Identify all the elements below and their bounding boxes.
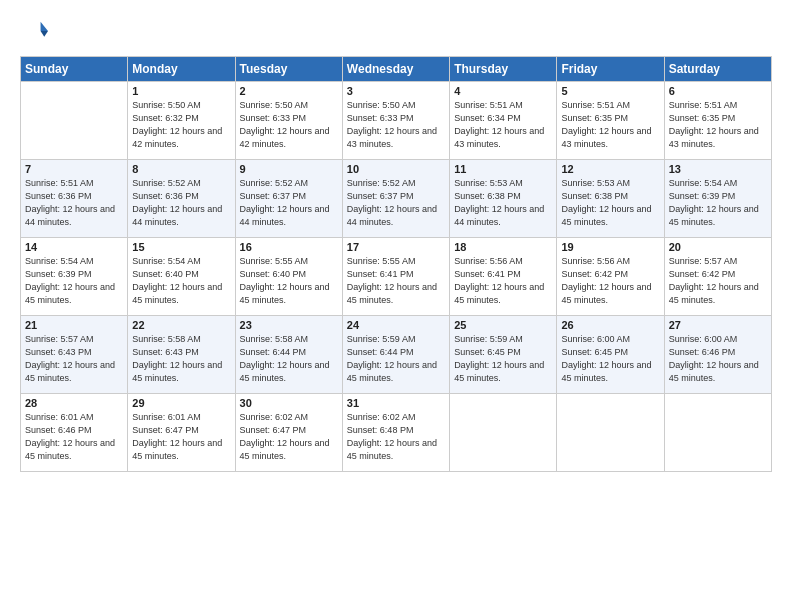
day-number: 1 <box>132 85 230 97</box>
day-info: Sunrise: 5:51 AM Sunset: 6:35 PM Dayligh… <box>561 99 659 151</box>
calendar-cell: 18Sunrise: 5:56 AM Sunset: 6:41 PM Dayli… <box>450 238 557 316</box>
day-info: Sunrise: 5:56 AM Sunset: 6:41 PM Dayligh… <box>454 255 552 307</box>
logo-icon <box>20 18 48 46</box>
header-row: SundayMondayTuesdayWednesdayThursdayFrid… <box>21 57 772 82</box>
calendar-cell: 1Sunrise: 5:50 AM Sunset: 6:32 PM Daylig… <box>128 82 235 160</box>
day-number: 2 <box>240 85 338 97</box>
day-number: 14 <box>25 241 123 253</box>
day-number: 12 <box>561 163 659 175</box>
calendar-cell: 9Sunrise: 5:52 AM Sunset: 6:37 PM Daylig… <box>235 160 342 238</box>
day-number: 17 <box>347 241 445 253</box>
day-number: 31 <box>347 397 445 409</box>
day-info: Sunrise: 5:59 AM Sunset: 6:44 PM Dayligh… <box>347 333 445 385</box>
day-number: 10 <box>347 163 445 175</box>
day-number: 18 <box>454 241 552 253</box>
day-info: Sunrise: 5:50 AM Sunset: 6:32 PM Dayligh… <box>132 99 230 151</box>
day-number: 21 <box>25 319 123 331</box>
week-row-4: 21Sunrise: 5:57 AM Sunset: 6:43 PM Dayli… <box>21 316 772 394</box>
day-number: 24 <box>347 319 445 331</box>
day-info: Sunrise: 5:52 AM Sunset: 6:37 PM Dayligh… <box>240 177 338 229</box>
day-info: Sunrise: 5:51 AM Sunset: 6:36 PM Dayligh… <box>25 177 123 229</box>
day-number: 29 <box>132 397 230 409</box>
day-info: Sunrise: 6:01 AM Sunset: 6:47 PM Dayligh… <box>132 411 230 463</box>
day-number: 7 <box>25 163 123 175</box>
logo <box>20 18 52 46</box>
calendar-cell: 3Sunrise: 5:50 AM Sunset: 6:33 PM Daylig… <box>342 82 449 160</box>
day-number: 20 <box>669 241 767 253</box>
day-info: Sunrise: 5:50 AM Sunset: 6:33 PM Dayligh… <box>240 99 338 151</box>
day-info: Sunrise: 6:00 AM Sunset: 6:46 PM Dayligh… <box>669 333 767 385</box>
day-info: Sunrise: 5:53 AM Sunset: 6:38 PM Dayligh… <box>561 177 659 229</box>
day-info: Sunrise: 5:55 AM Sunset: 6:40 PM Dayligh… <box>240 255 338 307</box>
calendar-cell: 29Sunrise: 6:01 AM Sunset: 6:47 PM Dayli… <box>128 394 235 472</box>
svg-marker-1 <box>41 31 48 37</box>
day-number: 30 <box>240 397 338 409</box>
svg-marker-0 <box>41 22 48 31</box>
day-info: Sunrise: 6:02 AM Sunset: 6:48 PM Dayligh… <box>347 411 445 463</box>
calendar-cell: 20Sunrise: 5:57 AM Sunset: 6:42 PM Dayli… <box>664 238 771 316</box>
day-info: Sunrise: 5:51 AM Sunset: 6:35 PM Dayligh… <box>669 99 767 151</box>
calendar-cell: 10Sunrise: 5:52 AM Sunset: 6:37 PM Dayli… <box>342 160 449 238</box>
calendar-cell: 27Sunrise: 6:00 AM Sunset: 6:46 PM Dayli… <box>664 316 771 394</box>
day-info: Sunrise: 5:51 AM Sunset: 6:34 PM Dayligh… <box>454 99 552 151</box>
page: SundayMondayTuesdayWednesdayThursdayFrid… <box>0 0 792 612</box>
day-info: Sunrise: 6:00 AM Sunset: 6:45 PM Dayligh… <box>561 333 659 385</box>
col-header-thursday: Thursday <box>450 57 557 82</box>
calendar-body: 1Sunrise: 5:50 AM Sunset: 6:32 PM Daylig… <box>21 82 772 472</box>
calendar-cell: 25Sunrise: 5:59 AM Sunset: 6:45 PM Dayli… <box>450 316 557 394</box>
day-number: 11 <box>454 163 552 175</box>
calendar-cell: 11Sunrise: 5:53 AM Sunset: 6:38 PM Dayli… <box>450 160 557 238</box>
calendar-cell: 4Sunrise: 5:51 AM Sunset: 6:34 PM Daylig… <box>450 82 557 160</box>
day-info: Sunrise: 6:02 AM Sunset: 6:47 PM Dayligh… <box>240 411 338 463</box>
day-number: 25 <box>454 319 552 331</box>
day-info: Sunrise: 5:58 AM Sunset: 6:44 PM Dayligh… <box>240 333 338 385</box>
day-number: 4 <box>454 85 552 97</box>
day-number: 16 <box>240 241 338 253</box>
day-info: Sunrise: 5:50 AM Sunset: 6:33 PM Dayligh… <box>347 99 445 151</box>
day-info: Sunrise: 5:54 AM Sunset: 6:40 PM Dayligh… <box>132 255 230 307</box>
calendar-cell: 31Sunrise: 6:02 AM Sunset: 6:48 PM Dayli… <box>342 394 449 472</box>
calendar-cell: 7Sunrise: 5:51 AM Sunset: 6:36 PM Daylig… <box>21 160 128 238</box>
calendar-cell: 12Sunrise: 5:53 AM Sunset: 6:38 PM Dayli… <box>557 160 664 238</box>
calendar-cell: 5Sunrise: 5:51 AM Sunset: 6:35 PM Daylig… <box>557 82 664 160</box>
day-info: Sunrise: 5:52 AM Sunset: 6:37 PM Dayligh… <box>347 177 445 229</box>
header <box>20 18 772 46</box>
day-number: 5 <box>561 85 659 97</box>
col-header-friday: Friday <box>557 57 664 82</box>
day-number: 15 <box>132 241 230 253</box>
day-number: 6 <box>669 85 767 97</box>
calendar-cell: 19Sunrise: 5:56 AM Sunset: 6:42 PM Dayli… <box>557 238 664 316</box>
calendar-cell: 22Sunrise: 5:58 AM Sunset: 6:43 PM Dayli… <box>128 316 235 394</box>
col-header-tuesday: Tuesday <box>235 57 342 82</box>
day-number: 13 <box>669 163 767 175</box>
day-info: Sunrise: 5:56 AM Sunset: 6:42 PM Dayligh… <box>561 255 659 307</box>
calendar-header: SundayMondayTuesdayWednesdayThursdayFrid… <box>21 57 772 82</box>
day-info: Sunrise: 5:54 AM Sunset: 6:39 PM Dayligh… <box>669 177 767 229</box>
day-info: Sunrise: 6:01 AM Sunset: 6:46 PM Dayligh… <box>25 411 123 463</box>
day-info: Sunrise: 5:52 AM Sunset: 6:36 PM Dayligh… <box>132 177 230 229</box>
calendar-cell: 8Sunrise: 5:52 AM Sunset: 6:36 PM Daylig… <box>128 160 235 238</box>
day-info: Sunrise: 5:58 AM Sunset: 6:43 PM Dayligh… <box>132 333 230 385</box>
calendar-cell: 30Sunrise: 6:02 AM Sunset: 6:47 PM Dayli… <box>235 394 342 472</box>
calendar-cell <box>664 394 771 472</box>
day-number: 8 <box>132 163 230 175</box>
calendar-table: SundayMondayTuesdayWednesdayThursdayFrid… <box>20 56 772 472</box>
day-number: 27 <box>669 319 767 331</box>
col-header-wednesday: Wednesday <box>342 57 449 82</box>
week-row-5: 28Sunrise: 6:01 AM Sunset: 6:46 PM Dayli… <box>21 394 772 472</box>
calendar-cell: 26Sunrise: 6:00 AM Sunset: 6:45 PM Dayli… <box>557 316 664 394</box>
day-number: 19 <box>561 241 659 253</box>
calendar-cell: 16Sunrise: 5:55 AM Sunset: 6:40 PM Dayli… <box>235 238 342 316</box>
calendar-cell: 14Sunrise: 5:54 AM Sunset: 6:39 PM Dayli… <box>21 238 128 316</box>
day-number: 23 <box>240 319 338 331</box>
day-number: 28 <box>25 397 123 409</box>
calendar-cell: 24Sunrise: 5:59 AM Sunset: 6:44 PM Dayli… <box>342 316 449 394</box>
calendar-cell <box>557 394 664 472</box>
day-info: Sunrise: 5:57 AM Sunset: 6:42 PM Dayligh… <box>669 255 767 307</box>
calendar-cell: 6Sunrise: 5:51 AM Sunset: 6:35 PM Daylig… <box>664 82 771 160</box>
col-header-sunday: Sunday <box>21 57 128 82</box>
day-number: 22 <box>132 319 230 331</box>
day-number: 9 <box>240 163 338 175</box>
col-header-saturday: Saturday <box>664 57 771 82</box>
calendar-cell: 23Sunrise: 5:58 AM Sunset: 6:44 PM Dayli… <box>235 316 342 394</box>
